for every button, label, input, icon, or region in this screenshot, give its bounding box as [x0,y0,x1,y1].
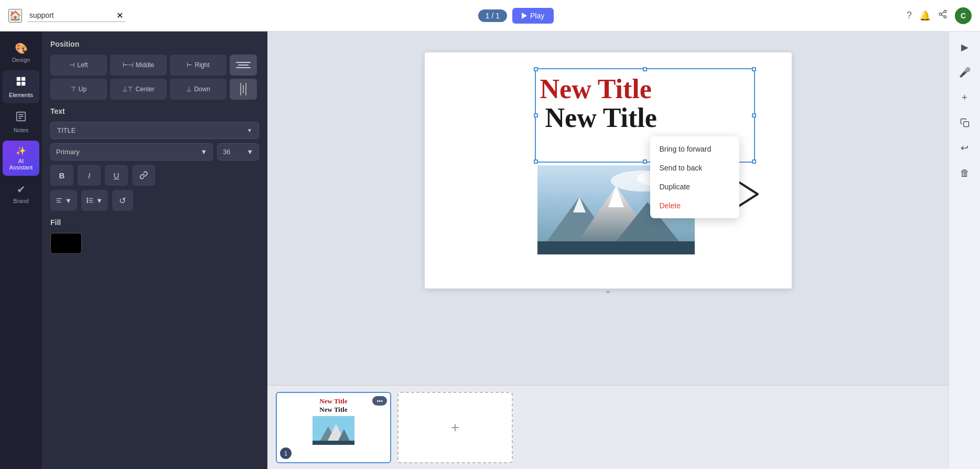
svg-rect-36 [313,441,354,445]
selection-handle-tr[interactable] [752,67,756,71]
copy-button[interactable] [954,112,975,133]
selection-handle-mr[interactable] [752,113,756,118]
font-size-value: 36 [223,148,230,156]
svg-rect-6 [21,77,25,81]
align-center-button[interactable]: ⊥⊤ Center [110,79,167,100]
chevron-down-icon: ▼ [96,197,103,205]
svg-point-1 [939,13,942,16]
topbar-left: 🏠 ✕ [8,9,125,23]
chevron-down-icon: ▼ [200,148,207,156]
play-label: Play [530,12,544,20]
search-box: ✕ [27,9,125,22]
selection-handle-bm[interactable] [643,159,647,164]
context-menu: Bring to forward Send to back Duplicate … [650,136,739,218]
selection-handle-tl[interactable] [534,67,538,71]
play-button[interactable]: Play [512,8,554,24]
font-family-select[interactable]: Primary ▼ [50,143,213,161]
align-right-icon: ⊢ [187,61,192,69]
record-button[interactable]: 🎤 [954,62,975,83]
selection-handle-bl[interactable] [534,159,538,164]
bold-button[interactable]: B [50,165,73,186]
svg-point-0 [944,10,946,13]
svg-point-19 [87,198,88,199]
align-up-icon: ⊤ [71,86,76,93]
canvas[interactable]: New Title New Title [425,52,792,289]
sidebar-item-notes[interactable]: Notes [3,105,39,138]
canvas-title-black[interactable]: New Title [545,102,657,133]
italic-button[interactable]: I [78,165,101,186]
chevron-down-icon: ▼ [65,197,72,205]
text-align-button[interactable]: ▼ [50,190,77,211]
thumb-mountain-image [313,416,354,445]
link-button[interactable] [132,165,155,186]
context-menu-delete[interactable]: Delete [650,196,739,215]
thumb-title-red: New Title [281,397,386,406]
svg-line-3 [941,15,944,16]
play-sidebar-button[interactable]: ▶ [954,37,975,58]
undo-button[interactable]: ↩ [954,137,975,158]
thumbnail-options-button[interactable]: ••• [372,396,387,406]
selection-handle-br[interactable] [752,159,756,164]
thumb-title-black: New Title [281,406,386,414]
slide-thumbnail-1[interactable]: ••• New Title New Title 1 [276,392,391,463]
svg-point-21 [87,202,88,203]
underline-button[interactable]: U [105,165,128,186]
context-menu-send-back[interactable]: Send to back [650,158,739,177]
delete-sidebar-button[interactable]: 🗑 [954,163,975,184]
design-icon: 🎨 [15,42,28,55]
search-input[interactable] [29,11,113,19]
selection-handle-ml[interactable] [534,113,538,118]
svg-line-4 [941,12,944,14]
svg-point-2 [944,16,946,18]
zoom-in-button[interactable]: + [954,87,975,108]
align-middle-icon: ⊢⊣ [123,61,133,69]
list-button[interactable]: ▼ [81,190,108,211]
align-right-button[interactable]: ⊢ Right [170,55,227,76]
context-menu-duplicate[interactable]: Duplicate [650,177,739,196]
sidebar-item-brand[interactable]: ✔ Brand [3,178,39,209]
add-slide-button[interactable]: + [397,392,513,463]
canvas-title-red[interactable]: New Title [540,73,652,104]
canvas-wrapper: New Title New Title [267,31,949,385]
svg-point-20 [87,200,88,201]
align-left-icon: ⊣ [69,61,74,69]
align-up-button[interactable]: ⊤ Up [50,79,107,100]
align-down-icon: ⊥ [186,86,191,93]
sidebar-item-label: Design [12,57,30,63]
sidebar-item-label: Notes [14,127,29,133]
align-left-button[interactable]: ⊣ Left [50,55,107,76]
notification-button[interactable]: 🔔 [919,10,931,22]
position-section-title: Position [50,40,259,48]
reset-button[interactable]: ↺ [112,190,133,211]
selection-handle-tm[interactable] [643,67,647,71]
sidebar-item-ai-assistant[interactable]: ✨ AI Assistant [3,141,39,176]
align-middle-button[interactable]: ⊢⊣ Middle [110,55,167,76]
context-menu-bring-forward[interactable]: Bring to forward [650,140,739,158]
distribute-v-button[interactable] [230,55,257,76]
avatar[interactable]: C [955,7,972,24]
topbar: 🏠 ✕ 1 / 1 Play ? 🔔 C [0,0,980,31]
sidebar-item-elements[interactable]: Elements [3,70,39,103]
share-button[interactable] [938,9,947,22]
chevron-down-icon: ▼ [247,127,252,133]
sidebar-item-design[interactable]: 🎨 Design [3,37,39,68]
thumbnail-strip: ••• New Title New Title 1 [267,385,949,469]
distribute-h-button[interactable] [230,79,257,100]
home-button[interactable]: 🏠 [8,9,22,23]
svg-rect-37 [963,122,968,127]
play-triangle-icon [522,13,527,19]
font-family-value: Primary [56,148,80,156]
font-size-select[interactable]: 36 ▼ [217,143,259,161]
fill-color-swatch[interactable] [50,233,82,254]
left-panel: Position ⊣ Left ⊢⊣ Middle ⊢ Right ⊤ Up ⊥… [42,31,267,469]
topbar-center: 1 / 1 Play [478,8,554,24]
right-sidebar: ▶ 🎤 + ↩ 🗑 [949,31,980,469]
help-button[interactable]: ? [907,10,912,21]
ai-assistant-icon: ✨ [16,146,26,156]
align-down-button[interactable]: ⊥ Down [170,79,227,100]
add-slide-icon: + [451,419,459,436]
sidebar-item-label: AI Assistant [7,158,35,170]
brand-icon: ✔ [17,183,26,196]
clear-icon[interactable]: ✕ [116,10,123,20]
text-style-select[interactable]: TITLE ▼ [50,122,259,139]
